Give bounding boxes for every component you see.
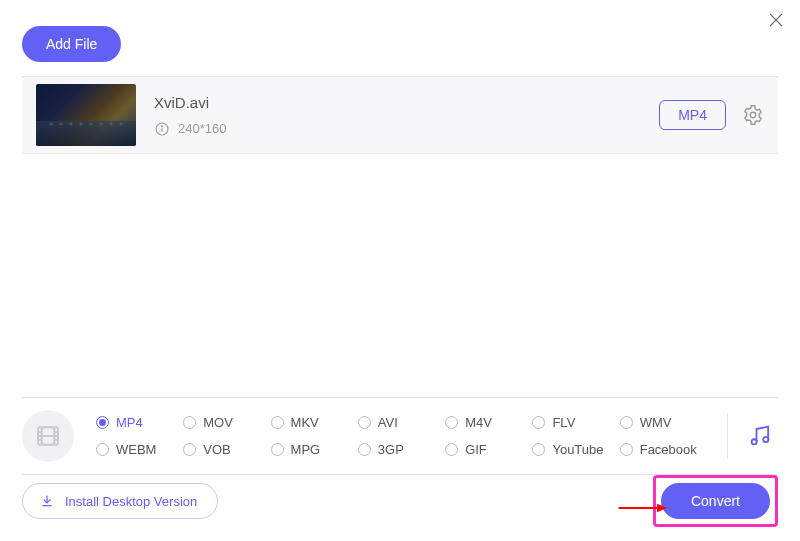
format-radio-mpg[interactable]: MPG	[271, 442, 354, 457]
format-label: MP4	[116, 415, 143, 430]
file-meta: XviD.avi 240*160	[154, 94, 659, 137]
format-radio-webm[interactable]: WEBM	[96, 442, 179, 457]
format-radio-mp4[interactable]: MP4	[96, 415, 179, 430]
format-label: WMV	[640, 415, 672, 430]
radio-circle-icon	[445, 443, 458, 456]
format-panel: MP4MOVMKVAVIM4VFLVWMVWEBMVOBMPG3GPGIFYou…	[22, 397, 778, 475]
radio-circle-icon	[96, 443, 109, 456]
convert-button[interactable]: Convert	[661, 483, 770, 519]
file-row: XviD.avi 240*160 MP4	[22, 76, 778, 154]
format-label: WEBM	[116, 442, 156, 457]
radio-circle-icon	[183, 443, 196, 456]
audio-category-icon[interactable]	[742, 418, 778, 454]
video-thumbnail[interactable]	[36, 84, 136, 146]
format-radio-youtube[interactable]: YouTube	[532, 442, 615, 457]
install-desktop-button[interactable]: Install Desktop Version	[22, 483, 218, 519]
format-radio-3gp[interactable]: 3GP	[358, 442, 441, 457]
radio-circle-icon	[358, 416, 371, 429]
format-label: AVI	[378, 415, 398, 430]
close-icon[interactable]	[766, 10, 786, 30]
format-label: VOB	[203, 442, 230, 457]
format-label: MOV	[203, 415, 233, 430]
radio-circle-icon	[532, 443, 545, 456]
footer: Install Desktop Version Convert	[22, 475, 778, 527]
radio-circle-icon	[96, 416, 109, 429]
format-radio-mov[interactable]: MOV	[183, 415, 266, 430]
radio-circle-icon	[271, 416, 284, 429]
output-format-button[interactable]: MP4	[659, 100, 726, 130]
video-category-icon[interactable]	[22, 410, 74, 462]
format-radio-gif[interactable]: GIF	[445, 442, 528, 457]
radio-circle-icon	[183, 416, 196, 429]
svg-point-4	[161, 125, 162, 126]
format-label: MKV	[291, 415, 319, 430]
radio-circle-icon	[620, 416, 633, 429]
format-radio-wmv[interactable]: WMV	[620, 415, 703, 430]
info-icon[interactable]	[154, 121, 170, 137]
radio-circle-icon	[358, 443, 371, 456]
format-label: MPG	[291, 442, 321, 457]
format-label: FLV	[552, 415, 575, 430]
radio-circle-icon	[271, 443, 284, 456]
radio-circle-icon	[620, 443, 633, 456]
svg-point-14	[752, 439, 757, 444]
format-label: GIF	[465, 442, 487, 457]
format-label: Facebook	[640, 442, 697, 457]
svg-point-15	[763, 437, 768, 442]
radio-circle-icon	[445, 416, 458, 429]
panel-divider	[727, 414, 728, 458]
file-resolution: 240*160	[178, 121, 226, 136]
add-file-button[interactable]: Add File	[22, 26, 121, 62]
format-radio-avi[interactable]: AVI	[358, 415, 441, 430]
format-radio-mkv[interactable]: MKV	[271, 415, 354, 430]
file-name: XviD.avi	[154, 94, 659, 111]
gear-icon[interactable]	[742, 104, 764, 126]
svg-point-5	[750, 112, 756, 118]
convert-highlight: Convert	[653, 475, 778, 527]
format-label: YouTube	[552, 442, 603, 457]
download-icon	[39, 493, 55, 509]
format-radio-flv[interactable]: FLV	[532, 415, 615, 430]
radio-circle-icon	[532, 416, 545, 429]
format-radio-vob[interactable]: VOB	[183, 442, 266, 457]
format-label: 3GP	[378, 442, 404, 457]
format-label: M4V	[465, 415, 492, 430]
format-radio-m4v[interactable]: M4V	[445, 415, 528, 430]
install-label: Install Desktop Version	[65, 494, 197, 509]
format-radio-facebook[interactable]: Facebook	[620, 442, 703, 457]
